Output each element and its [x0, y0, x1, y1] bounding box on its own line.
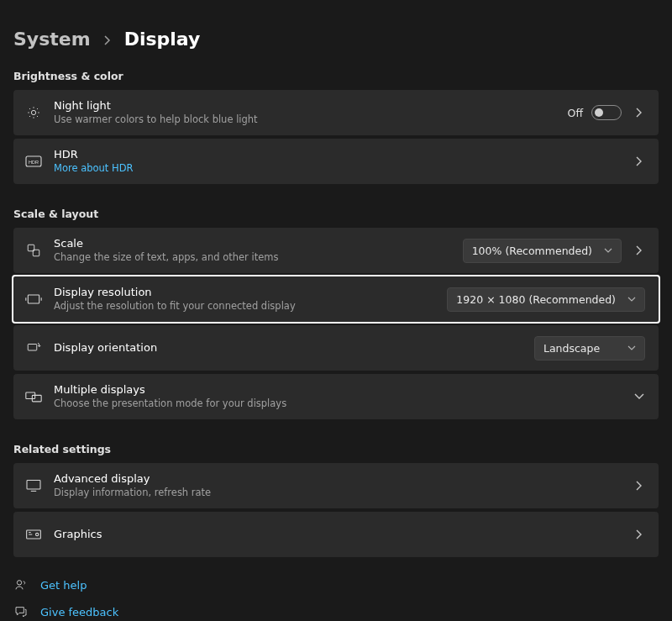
row-text: Display resolution Adjust the resolution… — [54, 285, 435, 313]
chevron-right-icon — [633, 529, 645, 540]
give-feedback-link[interactable]: Give feedback — [13, 604, 659, 619]
row-text: Advanced display Display information, re… — [54, 471, 622, 499]
scale-dropdown-value: 100% (Recommended) — [472, 245, 592, 257]
svg-rect-6 — [28, 345, 37, 351]
resolution-icon — [25, 291, 42, 308]
orientation-title: Display orientation — [54, 340, 522, 355]
row-advanced-display[interactable]: Advanced display Display information, re… — [13, 463, 659, 508]
row-scale[interactable]: Scale Change the size of text, apps, and… — [13, 228, 659, 273]
multiple-displays-title: Multiple displays — [54, 382, 622, 397]
chevron-down-icon — [627, 345, 636, 350]
night-light-icon — [25, 104, 42, 121]
row-night-light[interactable]: Night light Use warmer colors to help bl… — [13, 90, 659, 135]
night-light-toggle-wrap: Off — [568, 105, 622, 120]
svg-rect-9 — [27, 481, 40, 489]
get-help-link[interactable]: Get help — [13, 577, 659, 592]
help-icon — [13, 577, 29, 592]
row-text: HDR More about HDR — [54, 147, 622, 175]
advanced-display-title: Advanced display — [54, 471, 622, 487]
orientation-icon — [25, 339, 42, 356]
scale-title: Scale — [54, 236, 451, 251]
scale-icon — [25, 242, 42, 259]
multiple-displays-subtitle: Choose the presentation mode for your di… — [54, 397, 622, 411]
chevron-right-icon — [633, 155, 645, 167]
row-graphics[interactable]: Graphics — [13, 512, 659, 557]
section-brightness-color: Brightness & color — [13, 70, 659, 82]
row-text: Graphics — [54, 527, 622, 542]
chevron-down-icon — [604, 248, 612, 253]
chevron-down-icon — [627, 297, 636, 302]
svg-rect-5 — [28, 295, 39, 303]
chevron-right-icon — [633, 480, 645, 492]
svg-point-12 — [17, 581, 21, 585]
chevron-right-icon — [104, 35, 111, 45]
page-title: Display — [124, 29, 201, 50]
svg-point-11 — [36, 533, 39, 535]
night-light-state: Off — [568, 107, 583, 119]
breadcrumb: System Display — [13, 0, 659, 70]
footer-links: Get help Give feedback — [13, 577, 659, 619]
svg-point-0 — [31, 110, 35, 114]
resolution-subtitle: Adjust the resolution to fit your connec… — [54, 300, 435, 313]
night-light-toggle[interactable] — [591, 105, 622, 120]
chevron-right-icon — [633, 107, 645, 118]
orientation-dropdown-value: Landscape — [543, 342, 616, 355]
section-related-settings: Related settings — [13, 443, 659, 455]
hdr-icon: HDR — [25, 153, 42, 170]
night-light-title: Night light — [54, 98, 556, 113]
chevron-right-icon — [633, 245, 645, 256]
row-text: Multiple displays Choose the presentatio… — [54, 382, 622, 410]
row-multiple-displays[interactable]: Multiple displays Choose the presentatio… — [13, 374, 659, 419]
orientation-dropdown[interactable]: Landscape — [534, 336, 645, 360]
resolution-title: Display resolution — [54, 285, 435, 300]
resolution-dropdown[interactable]: 1920 × 1080 (Recommended) — [447, 287, 645, 312]
graphics-title: Graphics — [54, 527, 622, 542]
give-feedback-label: Give feedback — [40, 606, 118, 618]
get-help-label: Get help — [40, 579, 87, 592]
night-light-subtitle: Use warmer colors to help block blue lig… — [54, 113, 556, 127]
graphics-icon — [25, 526, 42, 543]
feedback-icon — [13, 604, 29, 619]
row-text: Scale Change the size of text, apps, and… — [54, 236, 451, 264]
hdr-more-link[interactable]: More about HDR — [54, 162, 622, 176]
monitor-icon — [25, 477, 42, 494]
breadcrumb-parent[interactable]: System — [13, 29, 91, 50]
row-hdr[interactable]: HDR HDR More about HDR — [13, 139, 659, 184]
multiple-displays-icon — [25, 388, 42, 405]
hdr-title: HDR — [54, 147, 622, 162]
row-text: Display orientation — [54, 340, 522, 355]
chevron-down-icon — [633, 391, 645, 403]
row-display-orientation[interactable]: Display orientation Landscape — [13, 325, 659, 371]
resolution-dropdown-value: 1920 × 1080 (Recommended) — [456, 293, 616, 306]
svg-text:HDR: HDR — [29, 160, 39, 165]
row-text: Night light Use warmer colors to help bl… — [54, 98, 556, 126]
row-display-resolution[interactable]: Display resolution Adjust the resolution… — [13, 276, 659, 322]
scale-dropdown[interactable]: 100% (Recommended) — [463, 239, 622, 263]
section-scale-layout: Scale & layout — [13, 208, 659, 220]
scale-subtitle: Change the size of text, apps, and other… — [54, 251, 451, 265]
advanced-display-subtitle: Display information, refresh rate — [54, 487, 622, 500]
